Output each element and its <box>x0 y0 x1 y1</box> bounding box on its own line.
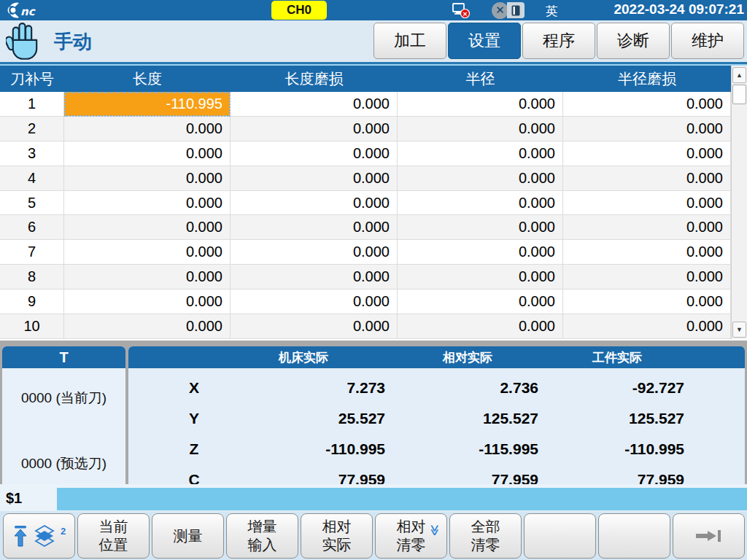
cell-length-wear[interactable]: 0.000 <box>231 166 398 191</box>
tab-settings[interactable]: 设置 <box>448 23 521 59</box>
mode-header: 手动 加工 设置 程序 诊断 维护 <box>0 20 747 62</box>
cell-tool-number[interactable]: 6 <box>0 215 64 240</box>
cell-length[interactable]: -110.995 <box>64 92 231 117</box>
table-row: 4 0.000 0.000 0.000 0.000 <box>0 166 731 191</box>
softkey-clear-all[interactable]: 全部 清零 ≫ <box>449 513 522 559</box>
tab-diagnosis[interactable]: 诊断 <box>597 23 670 59</box>
cell-radius-wear[interactable]: 0.000 <box>563 265 731 289</box>
scroll-down-button[interactable]: ▼ <box>732 322 746 338</box>
cell-radius-wear[interactable]: 0.000 <box>563 314 731 339</box>
axis-row: Y 25.527 125.527 125.527 <box>128 403 745 434</box>
cell-radius-wear[interactable]: 0.000 <box>563 92 731 117</box>
cell-radius[interactable]: 0.000 <box>398 191 563 216</box>
machine-actual-value: -110.995 <box>216 440 391 458</box>
softkey-label-line1: 相对 <box>397 518 426 536</box>
cell-radius-wear[interactable]: 0.000 <box>563 141 731 166</box>
softkey-page-icons[interactable]: 2 ≫ <box>3 513 75 559</box>
cell-length[interactable]: 0.000 <box>64 265 231 289</box>
scrollbar-thumb[interactable] <box>732 85 746 104</box>
cell-length-wear[interactable]: 0.000 <box>231 240 398 265</box>
softkey-current-position[interactable]: 当前 位置 ≫ <box>77 513 150 559</box>
col-length-wear: 长度磨损 <box>231 66 398 92</box>
cell-radius[interactable]: 0.000 <box>398 240 563 265</box>
softkey-empty-1[interactable]: ≫ <box>524 513 596 559</box>
cell-length-wear[interactable]: 0.000 <box>231 92 398 117</box>
cell-radius[interactable]: 0.000 <box>398 92 563 117</box>
cell-tool-number[interactable]: 10 <box>0 314 64 339</box>
col-tool-number: 刀补号 <box>0 66 64 92</box>
cell-length-wear[interactable]: 0.000 <box>231 141 398 166</box>
channel-progress-bar <box>57 488 747 510</box>
softkey-next-page[interactable]: ≫ <box>673 513 745 559</box>
cell-length[interactable]: 0.000 <box>64 215 231 240</box>
cell-length[interactable]: 0.000 <box>64 141 231 166</box>
softkey-relative-clear[interactable]: 相对 清零 ≫ <box>375 513 447 559</box>
softkey-icon-group: 2 <box>12 524 66 548</box>
cell-length[interactable]: 0.000 <box>64 240 231 265</box>
cell-length-wear[interactable]: 0.000 <box>231 289 398 314</box>
cell-radius-wear[interactable]: 0.000 <box>563 289 731 314</box>
table-row: 9 0.000 0.000 0.000 0.000 <box>0 289 731 314</box>
network-error-icon: × <box>451 2 471 22</box>
preselect-tool-value: 0000 (预选刀) <box>2 454 125 473</box>
main-menu-tabs: 加工 设置 程序 诊断 维护 <box>374 23 744 59</box>
axis-label: C <box>128 471 216 484</box>
channel-status-bar: $1 <box>0 484 747 511</box>
cell-radius[interactable]: 0.000 <box>398 141 563 166</box>
cell-radius-wear[interactable]: 0.000 <box>563 240 731 265</box>
cell-radius[interactable]: 0.000 <box>398 166 563 191</box>
table-scrollbar[interactable]: ▲ ▼ <box>731 66 747 339</box>
cell-radius[interactable]: 0.000 <box>398 215 563 240</box>
softkey-incremental-input[interactable]: 增量 输入 ≫ <box>226 513 298 559</box>
input-method-toggle[interactable]: ✕ <box>492 2 525 18</box>
cell-length[interactable]: 0.000 <box>64 289 231 314</box>
cell-tool-number[interactable]: 1 <box>0 92 64 117</box>
language-indicator[interactable]: 英 <box>546 3 558 20</box>
cell-length-wear[interactable]: 0.000 <box>231 314 398 339</box>
current-tool-value: 0000 (当前刀) <box>2 389 125 408</box>
axis-row: C 77.959 77.959 77.959 <box>128 464 745 484</box>
softkey-relative-actual[interactable]: 相对 实际 ≫ <box>301 513 373 559</box>
table-header-row: 刀补号 长度 长度磨损 半径 半径磨损 <box>0 66 731 92</box>
cell-radius-wear[interactable]: 0.000 <box>563 117 731 141</box>
cell-length[interactable]: 0.000 <box>64 191 231 216</box>
cell-tool-number[interactable]: 7 <box>0 240 64 265</box>
scroll-up-button[interactable]: ▲ <box>732 67 746 83</box>
cell-radius-wear[interactable]: 0.000 <box>563 166 731 191</box>
relative-actual-value: -115.995 <box>391 440 544 458</box>
cell-length-wear[interactable]: 0.000 <box>231 215 398 240</box>
table-row: 10 0.000 0.000 0.000 0.000 <box>0 314 731 339</box>
cell-tool-number[interactable]: 3 <box>0 141 64 166</box>
cnc-hmi-screen: nc CH0 × ✕ 英 2022-03-24 09:07:21 <box>0 0 747 560</box>
softkey-label-line1: 相对 <box>322 518 352 536</box>
cell-length-wear[interactable]: 0.000 <box>231 117 398 141</box>
softkey-level-badge: 2 <box>61 526 66 537</box>
cell-radius-wear[interactable]: 0.000 <box>563 191 731 216</box>
axis-column-spacer <box>128 346 216 368</box>
softkey-label-line1: 测量 <box>174 527 203 545</box>
cell-radius[interactable]: 0.000 <box>398 314 563 339</box>
cell-length[interactable]: 0.000 <box>64 166 231 191</box>
axis-row: X 7.273 2.736 -92.727 <box>128 373 745 403</box>
tab-machining[interactable]: 加工 <box>374 23 446 59</box>
close-icon: ✕ <box>492 2 508 19</box>
cell-tool-number[interactable]: 8 <box>0 265 64 289</box>
tab-program[interactable]: 程序 <box>522 23 595 59</box>
cell-tool-number[interactable]: 2 <box>0 117 64 141</box>
cell-radius[interactable]: 0.000 <box>398 289 563 314</box>
cell-length[interactable]: 0.000 <box>64 314 231 339</box>
cell-tool-number[interactable]: 9 <box>0 289 64 314</box>
cell-length-wear[interactable]: 0.000 <box>231 191 398 216</box>
tab-maintenance[interactable]: 维护 <box>671 23 744 59</box>
cell-radius-wear[interactable]: 0.000 <box>563 215 731 240</box>
softkey-empty-2[interactable]: ≫ <box>598 513 670 559</box>
cell-radius[interactable]: 0.000 <box>398 265 563 289</box>
channel-badge[interactable]: CH0 <box>271 1 327 20</box>
cell-length[interactable]: 0.000 <box>64 117 231 141</box>
chevron-more-icon: ≫ <box>428 525 442 537</box>
cell-length-wear[interactable]: 0.000 <box>231 265 398 289</box>
cell-tool-number[interactable]: 5 <box>0 191 64 216</box>
softkey-measure[interactable]: 测量 ≫ <box>152 513 224 559</box>
cell-tool-number[interactable]: 4 <box>0 166 64 191</box>
cell-radius[interactable]: 0.000 <box>398 117 563 141</box>
